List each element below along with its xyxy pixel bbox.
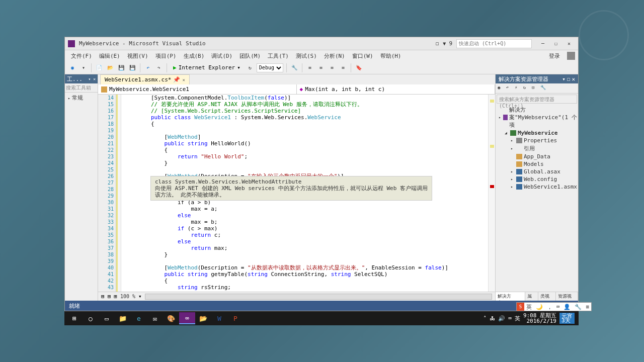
tab-pin-icon[interactable]: 📌: [173, 76, 180, 83]
config-select[interactable]: Debug: [257, 63, 283, 72]
start-button[interactable]: ⊞: [66, 312, 83, 324]
tray-up-icon[interactable]: ˄: [484, 315, 487, 322]
menu-debug[interactable]: 调试(D): [208, 51, 235, 61]
tree-item[interactable]: ▸Properties: [497, 137, 577, 144]
menu-build[interactable]: 生成(B): [181, 51, 208, 61]
tree-item[interactable]: Models: [497, 160, 577, 168]
tree-item[interactable]: ◢MyWebservice: [497, 129, 577, 137]
se-header[interactable]: 解决方案资源管理器 ▾☐✕: [496, 74, 578, 83]
tray-network-icon[interactable]: 🖧: [490, 315, 495, 322]
code-content[interactable]: class System.Web.Services.WebMethodAttri…: [121, 95, 488, 292]
tray-volume-icon[interactable]: 🔊: [498, 315, 505, 322]
ime-punct-icon[interactable]: ，: [545, 303, 554, 311]
toolbox-search[interactable]: 搜索工具箱: [65, 83, 98, 93]
se-tab-classview[interactable]: 类视图: [538, 292, 556, 301]
se-pin-icon[interactable]: ▾: [562, 76, 566, 82]
close-button[interactable]: ✕: [563, 39, 575, 48]
footer-icon1[interactable]: ⊞: [101, 293, 105, 300]
se-collapse-icon[interactable]: ⊟: [532, 85, 539, 92]
quick-launch-input[interactable]: [456, 39, 532, 48]
tree-item[interactable]: App_Data: [497, 153, 577, 160]
run-button[interactable]: ▶Internet Explorer ▾: [170, 63, 244, 72]
se-search-input[interactable]: 搜索解决方案资源管理器(Ctrl+;): [497, 95, 577, 104]
refresh-button[interactable]: ↻: [246, 63, 255, 72]
ime-menu-icon[interactable]: ≡: [584, 304, 591, 310]
notification-flag[interactable]: ▼ 9: [443, 40, 452, 47]
menu-test[interactable]: 测试(S): [293, 51, 320, 61]
ime-user-icon[interactable]: 👤: [561, 304, 573, 310]
login-button[interactable]: 登录: [546, 51, 563, 61]
tb-indent4[interactable]: ≡: [339, 63, 348, 72]
menu-file[interactable]: 文件(F): [68, 51, 95, 61]
explorer-icon[interactable]: 📁: [115, 312, 131, 324]
tab-webservice[interactable]: WebService1.asmx.cs* 📌 ✕: [100, 74, 190, 84]
se-tab-properties[interactable]: 属性: [525, 292, 538, 301]
weather-widget[interactable]: 元宵 3天: [559, 313, 575, 324]
tb-indent3[interactable]: ≡: [328, 63, 337, 72]
ime-logo-icon[interactable]: S: [517, 303, 524, 311]
se-prop-icon[interactable]: 🔧: [540, 85, 547, 92]
clock[interactable]: 9:08 星期五 2016/2/19: [523, 313, 556, 324]
solution-tree[interactable]: ▸解决方案"MyWebservice"(1 个项◢MyWebservice▸Pr…: [496, 105, 578, 292]
ime-bar[interactable]: S 英 🌙 ， ⌨ 👤 🔧 ≡: [516, 302, 592, 311]
tray-ime-icon[interactable]: ⌨: [508, 315, 512, 322]
footer-icon3[interactable]: ⊞: [114, 293, 117, 300]
redo-button[interactable]: ↷: [154, 63, 164, 72]
code-editor[interactable]: 1415161718192021222324252627282930313233…: [98, 95, 495, 292]
titlebar[interactable]: MyWebservice - Microsoft Visual Studio ☐…: [65, 37, 578, 50]
menu-analyze[interactable]: 分析(N): [321, 51, 348, 61]
nav-method-dropdown[interactable]: ◆Max(int a, int b, int c): [297, 84, 496, 94]
tree-item[interactable]: ▸引用: [497, 144, 577, 153]
se-close-icon[interactable]: ✕: [572, 76, 575, 82]
tb-icon1[interactable]: 🔧: [290, 63, 299, 72]
ime-settings-icon[interactable]: 🔧: [573, 304, 584, 310]
open-button[interactable]: 📂: [106, 63, 115, 72]
zoom-level[interactable]: 100 %: [120, 294, 135, 299]
menu-team[interactable]: 团队(M): [236, 51, 264, 61]
tb-indent1[interactable]: ≡: [305, 63, 314, 72]
user-icon[interactable]: [567, 52, 575, 60]
tree-item[interactable]: ▸解决方案"MyWebservice"(1 个项: [497, 106, 577, 129]
ie-icon[interactable]: e: [131, 312, 147, 324]
minimize-button[interactable]: ─: [537, 39, 549, 48]
back-button[interactable]: ◉: [68, 63, 77, 72]
maximize-button[interactable]: ☐: [550, 39, 562, 48]
footer-icon2[interactable]: ⊞: [108, 293, 111, 300]
h-scrollbar[interactable]: [145, 294, 492, 300]
outlook-icon[interactable]: ✉: [147, 312, 163, 324]
tree-item[interactable]: ▸Web.config: [497, 175, 577, 183]
feedback-icon[interactable]: ☐: [436, 40, 439, 47]
toolbox-header[interactable]: 工... ▾ ✕: [65, 74, 98, 83]
ime-keyboard-icon[interactable]: ⌨: [554, 304, 562, 310]
se-back-icon[interactable]: ↶: [506, 85, 513, 92]
new-button[interactable]: 📄: [95, 63, 104, 72]
menu-view[interactable]: 视图(V): [124, 51, 151, 61]
menu-project[interactable]: 项目(P): [152, 51, 180, 61]
powerpoint-icon[interactable]: P: [227, 312, 244, 324]
ime-moon-icon[interactable]: 🌙: [534, 304, 545, 310]
tree-item[interactable]: ▸Global.asax: [497, 168, 577, 175]
menu-window[interactable]: 窗口(W): [349, 51, 376, 61]
system-tray[interactable]: ˄ 🖧 🔊 ⌨ 英 9:08 星期五 2016/2/19 元宵 3天: [484, 313, 577, 324]
menu-edit[interactable]: 编辑(E): [96, 51, 123, 61]
se-refresh-icon[interactable]: ↻: [523, 85, 530, 92]
save-button[interactable]: 💾: [117, 63, 126, 72]
se-sync-icon[interactable]: ⚡: [515, 85, 522, 92]
se-tab-solution[interactable]: 解决方案...: [496, 292, 525, 301]
ime-lang[interactable]: 英: [524, 303, 534, 311]
tree-item[interactable]: ▸WebService1.asmx: [497, 183, 577, 191]
breakpoint-margin[interactable]: [116, 95, 121, 292]
vs-taskbar-icon[interactable]: ∞: [179, 312, 195, 324]
forward-button[interactable]: ▾: [79, 63, 88, 72]
se-dock-icon[interactable]: ☐: [567, 76, 571, 82]
taskview-icon[interactable]: ▭: [99, 312, 115, 324]
folder-icon[interactable]: 📂: [195, 312, 211, 324]
tray-lang[interactable]: 英: [515, 315, 520, 322]
menu-tools[interactable]: 工具(T): [265, 51, 292, 61]
tab-close-icon[interactable]: ✕: [182, 77, 185, 82]
paint-icon[interactable]: 🎨: [163, 312, 179, 324]
se-home-icon[interactable]: ◉: [498, 85, 505, 92]
cortana-icon[interactable]: ○: [83, 312, 99, 324]
tb-indent2[interactable]: ≡: [316, 63, 326, 72]
nav-class-dropdown[interactable]: MyWebservice.WebService1: [98, 84, 297, 94]
